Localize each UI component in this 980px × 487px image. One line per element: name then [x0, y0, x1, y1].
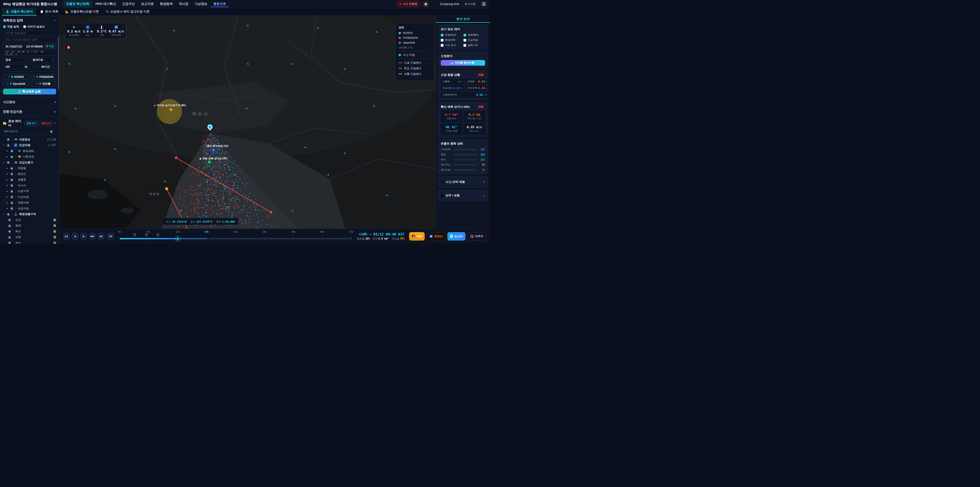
layer-toggle[interactable]	[6, 144, 13, 147]
model-chip-poseidon[interactable]: ✓POSEIDON	[30, 74, 56, 80]
logout-button[interactable]: 로그아웃	[462, 1, 478, 7]
accident-name-input[interactable]: 사고명 직접 입력	[3, 30, 56, 35]
region-toggle[interactable]	[8, 235, 14, 239]
layer-row-2[interactable]: ▶환경생태	[0, 148, 59, 154]
all-layers-on-button[interactable]: 전체 켜기	[25, 121, 38, 126]
longitude-input[interactable]: 127.673856994	[24, 44, 43, 49]
layer-toggle[interactable]	[10, 195, 16, 199]
layer-toggle[interactable]	[10, 184, 16, 187]
chevron-right-icon[interactable]: ▶	[6, 167, 8, 169]
layer-toggle[interactable]	[10, 149, 16, 153]
chevron-right-icon[interactable]: ▶	[6, 156, 8, 158]
layer-style-icon[interactable]	[53, 230, 56, 233]
layer-row-5[interactable]: ▶계절별	[0, 166, 59, 171]
display-check-2[interactable]: 해안부착	[441, 38, 463, 42]
nav-item-4[interactable]: 항공탐색	[157, 1, 175, 7]
layer-row-4[interactable]: ▼민감도평가	[0, 160, 59, 166]
tab-1[interactable]: 📋분석 목록	[37, 8, 62, 16]
duration-select[interactable]: 48시간▼	[39, 64, 56, 69]
display-check-5[interactable]: 날짜시간	[463, 43, 485, 47]
layer-row-1[interactable]: ▼≈민감자원3,947	[0, 142, 59, 148]
chevron-right-icon[interactable]: ▶	[6, 208, 8, 209]
run-prediction-button[interactable]: 확산예측 실행	[3, 89, 56, 94]
layer-row-11[interactable]: ▶관광자원	[0, 200, 59, 206]
save-button[interactable]: 저장	[409, 232, 425, 241]
chevron-down-icon[interactable]: ▼	[3, 162, 5, 163]
region-row-4[interactable]: 부산	[0, 240, 59, 244]
layer-row-3[interactable]: ▶$사회경제	[0, 154, 59, 160]
display-check-3[interactable]: 민감자원	[463, 38, 485, 42]
fence-marker-icon[interactable]	[145, 233, 148, 236]
layer-toggle[interactable]	[10, 190, 16, 193]
nav-item-2[interactable]: 긴급구난	[119, 1, 137, 7]
amount-input[interactable]: 100	[3, 64, 21, 69]
chevron-right-icon[interactable]: ▶	[6, 179, 8, 181]
tab-0[interactable]: 🔬유출유 확산분석	[2, 8, 37, 16]
notifications-button[interactable]	[423, 1, 429, 7]
layer-style-icon[interactable]	[53, 224, 56, 227]
layer-toggle[interactable]	[10, 178, 16, 181]
layer-style-icon[interactable]	[53, 219, 56, 221]
tab-2[interactable]: 📐유출유확산모델 이론	[62, 8, 102, 16]
display-check-4[interactable]: 시간 표시	[441, 43, 463, 47]
region-toggle[interactable]	[8, 224, 14, 227]
region-toggle[interactable]	[8, 230, 14, 233]
chevron-down-icon[interactable]: ▼	[3, 213, 5, 215]
recenter-incident-button[interactable]	[65, 44, 72, 51]
region-toggle[interactable]	[8, 218, 14, 222]
chevron-right-icon[interactable]: ▶	[6, 150, 8, 152]
layer-row-12[interactable]: ▶산업자원	[0, 206, 59, 211]
timeline-handle[interactable]	[176, 237, 179, 240]
layer-row-7[interactable]: ▶생물종	[0, 177, 59, 183]
display-check-1[interactable]: ✓풍향/풍속	[463, 33, 485, 37]
region-row-1[interactable]: 동해	[0, 223, 59, 229]
nav-item-1[interactable]: HNS·대기확산	[93, 1, 119, 7]
chevron-right-icon[interactable]: ▶	[6, 190, 8, 192]
nav-item-6[interactable]: 기상정보	[192, 1, 210, 7]
layer-row-6[interactable]: ▶해안선	[0, 171, 59, 177]
backtrack-button[interactable]: 역추적	[467, 232, 487, 241]
layer-row-9[interactable]: ▶보호지역	[0, 188, 59, 194]
chevron-right-icon[interactable]: ▶	[6, 184, 8, 187]
layer-toggle[interactable]	[10, 155, 16, 158]
layer-toggle[interactable]	[10, 201, 16, 204]
layer-toggle[interactable]	[6, 138, 13, 141]
region-row-2[interactable]: 목포	[0, 228, 59, 235]
farm-dot[interactable]	[208, 161, 210, 163]
owner-insurance-card[interactable]: ▦ 선주 / 보험 ▶	[438, 190, 488, 201]
model-chip-앙상블[interactable]: ✓앙상블	[30, 81, 56, 86]
layer-toggle[interactable]	[10, 166, 16, 170]
layer-row-10[interactable]: ▶수산자원	[0, 194, 59, 200]
spill-type-select[interactable]: 연속▼	[3, 57, 29, 62]
layer-toggle[interactable]	[6, 212, 13, 216]
layer-row-8[interactable]: ▶서식지	[0, 183, 59, 188]
play-button[interactable]: ▶	[80, 233, 87, 240]
report-button[interactable]: 보고서	[447, 232, 466, 241]
recalculate-button[interactable]: ⇄ 재계산	[426, 232, 445, 241]
layer-toggle[interactable]	[10, 207, 16, 210]
nav-item-0[interactable]: 유출유 확산예측	[64, 1, 92, 7]
protected-area-dot[interactable]	[170, 109, 172, 110]
fence-marker-icon[interactable]	[134, 233, 136, 236]
beach-dot[interactable]	[212, 149, 215, 151]
collapse-icon[interactable]: ▼	[54, 19, 56, 22]
accordion-impact-resources[interactable]: 영향 민감자원 ▶	[0, 107, 59, 117]
all-layers-toggle[interactable]	[49, 130, 56, 133]
polygon-analysis-button[interactable]: 다각형 분석수행	[441, 60, 485, 65]
layer-toggle[interactable]	[10, 172, 16, 176]
radio-image-upload[interactable]: 이미지 업로드	[23, 25, 45, 29]
tab-3[interactable]: 🛡오일펜스 배치 알고리즘 이론	[102, 8, 153, 16]
skip-start-button[interactable]: ◀	[63, 233, 70, 240]
collapse-icon[interactable]: ▼	[54, 122, 56, 125]
unit-select[interactable]: kL▼	[22, 64, 37, 69]
pick-on-map-button[interactable]: 지도	[45, 44, 56, 49]
fence-marker-icon[interactable]	[157, 233, 159, 236]
chevron-down-icon[interactable]: ▼	[3, 144, 5, 146]
chevron-right-icon[interactable]: ▶	[6, 202, 8, 204]
layer-style-icon[interactable]	[53, 236, 56, 238]
incident-status-badge[interactable]: 사고 진행중	[396, 1, 420, 7]
layer-row-0[interactable]: 어장정보17,129	[0, 137, 59, 142]
skip-end-button[interactable]: ▶	[98, 233, 104, 240]
all-layers-off-button[interactable]: 전체 끄기	[40, 121, 53, 126]
menu-button[interactable]	[481, 1, 487, 7]
